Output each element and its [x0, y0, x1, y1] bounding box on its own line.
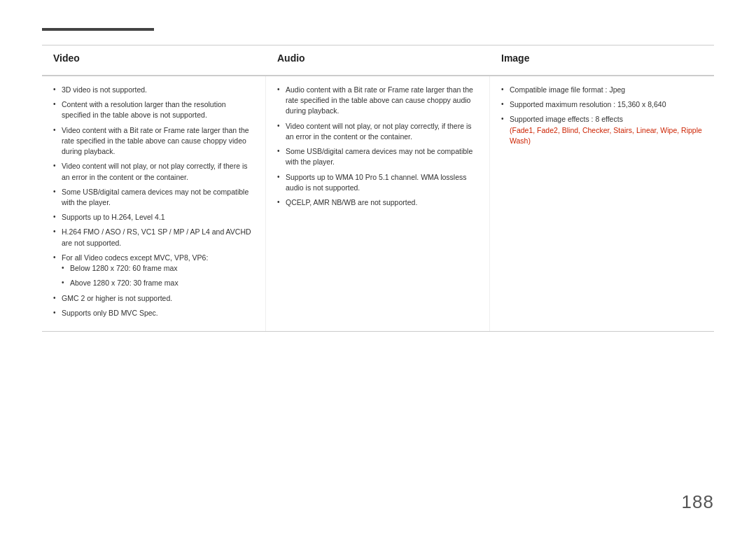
audio-column: Audio content with a Bit rate or Frame r… — [266, 76, 490, 331]
list-item: Supports only BD MVC Spec. — [53, 308, 254, 318]
list-item: 3D video is not supported. — [53, 85, 254, 95]
header-audio: Audio — [266, 45, 490, 69]
list-item: QCELP, AMR NB/WB are not supported. — [277, 197, 478, 208]
list-item: Supports up to H.264, Level 4.1 — [53, 212, 254, 223]
page-number: 188 — [682, 491, 714, 513]
sub-list-item: Above 1280 x 720: 30 frame max — [62, 278, 254, 288]
image-effects-text: (Fade1, Fade2, Blind, Checker, Stairs, L… — [510, 126, 702, 145]
page-container: Video Audio Image 3D video is not suppor… — [0, 0, 756, 534]
header-video: Video — [42, 45, 266, 69]
audio-list: Audio content with a Bit rate or Frame r… — [277, 85, 478, 208]
list-item: For all Video codecs except MVC, VP8, VP… — [53, 253, 254, 289]
list-item: Compatible image file format : Jpeg — [501, 85, 703, 95]
sub-list: Below 1280 x 720: 60 frame max Above 128… — [62, 263, 254, 288]
list-item: Some USB/digital camera devices may not … — [53, 187, 254, 208]
list-item: Supported image effects : 8 effects (Fad… — [501, 114, 703, 146]
list-item: Video content will not play, or not play… — [277, 121, 478, 142]
table-body: 3D video is not supported. Content with … — [42, 76, 714, 332]
table-header: Video Audio Image — [42, 45, 714, 76]
sub-list-item: Below 1280 x 720: 60 frame max — [62, 263, 254, 274]
list-item: Supports up to WMA 10 Pro 5.1 channel. W… — [277, 172, 478, 193]
list-item: Content with a resolution larger than th… — [53, 99, 254, 120]
video-column: 3D video is not supported. Content with … — [42, 76, 266, 331]
top-bar — [42, 28, 154, 31]
image-list: Compatible image file format : Jpeg Supp… — [501, 85, 703, 146]
list-item: H.264 FMO / ASO / RS, VC1 SP / MP / AP L… — [53, 227, 254, 248]
image-column: Compatible image file format : Jpeg Supp… — [490, 76, 714, 331]
list-item: Video content will not play, or not play… — [53, 161, 254, 182]
video-list: 3D video is not supported. Content with … — [53, 85, 254, 318]
list-item: Some USB/digital camera devices may not … — [277, 146, 478, 167]
list-item: Audio content with a Bit rate or Frame r… — [277, 85, 478, 117]
list-item: Video content with a Bit rate or Frame r… — [53, 125, 254, 157]
list-item: GMC 2 or higher is not supported. — [53, 293, 254, 304]
header-image: Image — [490, 45, 714, 69]
list-item: Supported maximum resolution : 15,360 x … — [501, 99, 703, 110]
